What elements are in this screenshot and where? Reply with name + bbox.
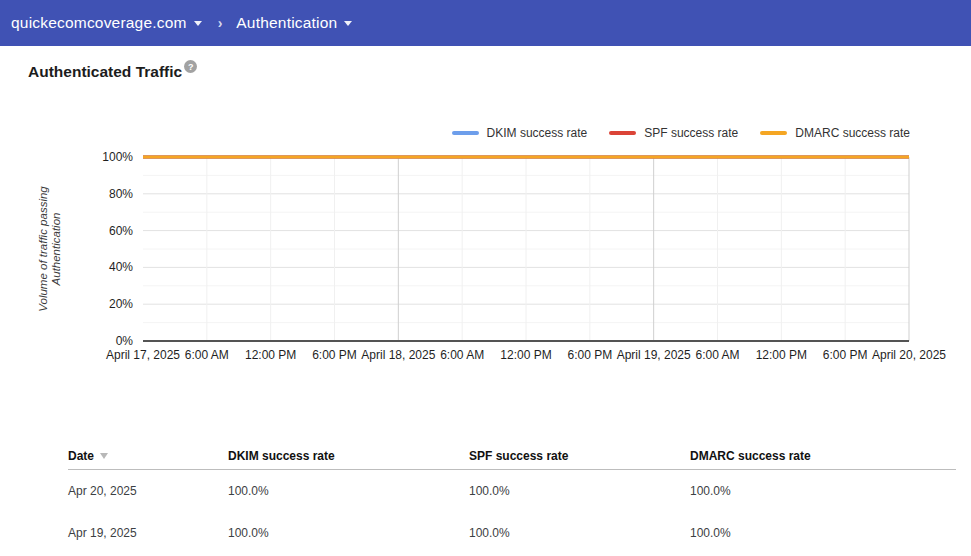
table-row: Apr 19, 2025 100.0% 100.0% 100.0% <box>68 512 956 554</box>
svg-text:6:00 AM: 6:00 AM <box>185 348 229 362</box>
cell-dkim: 100.0% <box>228 526 469 540</box>
chevron-down-icon <box>194 21 202 26</box>
svg-text:6:00 PM: 6:00 PM <box>312 348 357 362</box>
y-axis-title: Volume of traffic passingAuthentication <box>37 186 62 312</box>
svg-text:April 17, 2025: April 17, 2025 <box>106 348 180 362</box>
legend-swatch-dkim <box>452 131 479 135</box>
legend-swatch-dmarc <box>760 131 787 135</box>
svg-text:6:00 PM: 6:00 PM <box>567 348 612 362</box>
chevron-right-icon: › <box>218 15 223 31</box>
legend-label-dkim: DKIM success rate <box>487 126 588 140</box>
page-title: Authenticated Traffic <box>28 63 182 81</box>
cell-spf: 100.0% <box>469 526 690 540</box>
cell-dmarc: 100.0% <box>690 526 956 540</box>
legend-item-dkim: DKIM success rate <box>452 126 588 140</box>
svg-text:12:00 PM: 12:00 PM <box>245 348 296 362</box>
page: quickecomcoverage.com › Authentication A… <box>0 0 971 556</box>
legend-label-spf: SPF success rate <box>644 126 738 140</box>
svg-text:0%: 0% <box>116 334 134 348</box>
cell-dkim: 100.0% <box>228 484 469 498</box>
help-icon[interactable]: ? <box>184 60 197 73</box>
sort-desc-icon <box>100 453 108 459</box>
domain-dropdown-label: quickecomcoverage.com <box>11 14 187 32</box>
app-header: quickecomcoverage.com › Authentication <box>0 0 971 46</box>
data-table: Date DKIM success rate SPF success rate … <box>68 443 956 554</box>
svg-text:20%: 20% <box>109 297 133 311</box>
svg-text:April 19, 2025: April 19, 2025 <box>617 348 691 362</box>
svg-text:12:00 PM: 12:00 PM <box>500 348 551 362</box>
column-header-date[interactable]: Date <box>68 449 228 463</box>
svg-text:12:00 PM: 12:00 PM <box>756 348 807 362</box>
svg-text:40%: 40% <box>109 260 133 274</box>
page-dropdown[interactable]: Authentication <box>236 14 352 32</box>
column-header-dmarc: DMARC success rate <box>690 449 956 463</box>
svg-text:April 20, 2025: April 20, 2025 <box>872 348 946 362</box>
column-header-spf: SPF success rate <box>469 449 690 463</box>
svg-text:6:00 AM: 6:00 AM <box>695 348 739 362</box>
traffic-chart: 0%20%40%60%80%100%April 17, 20256:00 AM1… <box>0 145 971 375</box>
svg-text:6:00 AM: 6:00 AM <box>440 348 484 362</box>
svg-text:80%: 80% <box>109 187 133 201</box>
legend-label-dmarc: DMARC success rate <box>795 126 910 140</box>
domain-dropdown[interactable]: quickecomcoverage.com <box>11 14 202 32</box>
cell-dmarc: 100.0% <box>690 484 956 498</box>
page-dropdown-label: Authentication <box>236 14 337 32</box>
svg-text:100%: 100% <box>102 150 133 164</box>
legend-swatch-spf <box>609 131 636 135</box>
cell-spf: 100.0% <box>469 484 690 498</box>
page-title-row: Authenticated Traffic ? <box>28 63 197 81</box>
table-header-row: Date DKIM success rate SPF success rate … <box>68 443 956 470</box>
legend-item-spf: SPF success rate <box>609 126 738 140</box>
table-row: Apr 20, 2025 100.0% 100.0% 100.0% <box>68 470 956 512</box>
chevron-down-icon <box>344 21 352 26</box>
svg-text:60%: 60% <box>109 224 133 238</box>
cell-date: Apr 20, 2025 <box>68 484 228 498</box>
column-header-dkim: DKIM success rate <box>228 449 469 463</box>
svg-text:April 18, 2025: April 18, 2025 <box>361 348 435 362</box>
svg-text:6:00 PM: 6:00 PM <box>823 348 868 362</box>
cell-date: Apr 19, 2025 <box>68 526 228 540</box>
legend-item-dmarc: DMARC success rate <box>760 126 910 140</box>
chart-legend: DKIM success rate SPF success rate DMARC… <box>452 126 910 140</box>
